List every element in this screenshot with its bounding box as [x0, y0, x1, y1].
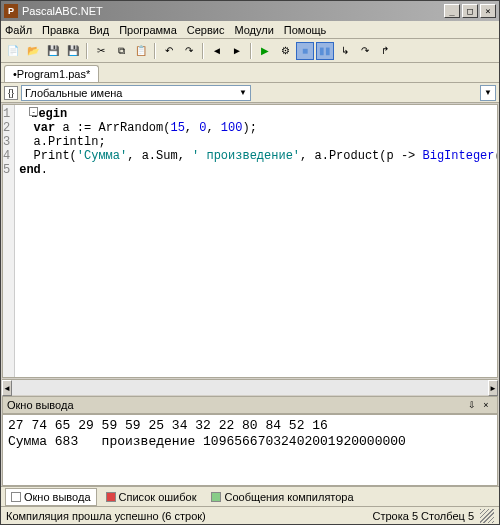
- output-tab-icon: [11, 492, 21, 502]
- menu-edit[interactable]: Правка: [42, 24, 79, 36]
- output-panel[interactable]: 27 74 65 29 59 59 25 34 32 22 80 84 52 1…: [2, 414, 498, 486]
- menu-help[interactable]: Помощь: [284, 24, 327, 36]
- cut-icon[interactable]: ✂: [92, 42, 110, 60]
- step-into-icon[interactable]: ↳: [336, 42, 354, 60]
- save-icon[interactable]: 💾: [44, 42, 62, 60]
- step-over-icon[interactable]: ↷: [356, 42, 374, 60]
- output-close-icon[interactable]: ×: [479, 399, 493, 411]
- paste-icon[interactable]: 📋: [132, 42, 150, 60]
- tab-compiler-messages[interactable]: Сообщения компилятора: [205, 488, 359, 506]
- tab-errors[interactable]: Список ошибок: [100, 488, 203, 506]
- messages-tab-icon: [211, 492, 221, 502]
- close-button[interactable]: ×: [480, 4, 496, 18]
- status-compile: Компиляция прошла успешно (6 строк): [6, 510, 206, 522]
- bottom-tabstrip: Окно вывода Список ошибок Сообщения комп…: [1, 486, 499, 506]
- output-header: Окно вывода ⇩ ×: [2, 396, 498, 414]
- copy-icon[interactable]: ⧉: [112, 42, 130, 60]
- minimize-button[interactable]: _: [444, 4, 460, 18]
- menu-view[interactable]: Вид: [89, 24, 109, 36]
- output-line-1: 27 74 65 29 59 59 25 34 32 22 80 84 52 1…: [8, 418, 328, 433]
- save-all-icon[interactable]: 💾: [64, 42, 82, 60]
- code-editor[interactable]: 1 2 3 4 5 - begin var a := ArrRandom(15,…: [2, 104, 498, 378]
- menu-program[interactable]: Программа: [119, 24, 177, 36]
- fold-toggle[interactable]: -: [29, 107, 38, 116]
- symbol-dropdown[interactable]: Глобальные имена ▼: [21, 85, 251, 101]
- step-out-icon[interactable]: ↱: [376, 42, 394, 60]
- status-bar: Компиляция прошла успешно (6 строк) Стро…: [1, 506, 499, 524]
- chevron-down-icon: ▼: [239, 88, 247, 97]
- forward-icon[interactable]: ►: [228, 42, 246, 60]
- compile-icon[interactable]: ⚙: [276, 42, 294, 60]
- stop-icon[interactable]: ■: [296, 42, 314, 60]
- line-gutter: 1 2 3 4 5: [3, 105, 15, 377]
- output-line-2: Сумма 683 произведение 10965667032402001…: [8, 434, 406, 449]
- open-file-icon[interactable]: 📂: [24, 42, 42, 60]
- run-icon[interactable]: ▶: [256, 42, 274, 60]
- app-icon: P: [4, 4, 18, 18]
- title-bar: P PascalABC.NET _ □ ×: [1, 1, 499, 21]
- redo-icon[interactable]: ↷: [180, 42, 198, 60]
- status-cursor: Строка 5 Столбец 5: [372, 510, 474, 522]
- output-title: Окно вывода: [7, 399, 74, 411]
- resize-grip[interactable]: [480, 509, 494, 523]
- symbol-bar: {} Глобальные имена ▼ ▼: [1, 83, 499, 103]
- toolbar: 📄 📂 💾 💾 ✂ ⧉ 📋 ↶ ↷ ◄ ► ▶ ⚙ ■ ▮▮ ↳ ↷ ↱: [1, 39, 499, 63]
- menu-service[interactable]: Сервис: [187, 24, 225, 36]
- code-area[interactable]: begin var a := ArrRandom(15, 0, 100); a.…: [15, 105, 498, 377]
- output-pin-icon[interactable]: ⇩: [465, 399, 479, 411]
- scroll-left-icon[interactable]: ◄: [2, 380, 12, 396]
- editor-tabstrip: •Program1.pas*: [1, 63, 499, 83]
- app-title: PascalABC.NET: [22, 5, 103, 17]
- pause-icon[interactable]: ▮▮: [316, 42, 334, 60]
- symbol-dropdown-2[interactable]: ▼: [480, 85, 496, 101]
- symbol-dropdown-label: Глобальные имена: [25, 87, 123, 99]
- horizontal-scrollbar[interactable]: ◄ ►: [2, 379, 498, 395]
- scroll-right-icon[interactable]: ►: [488, 380, 498, 396]
- new-file-icon[interactable]: 📄: [4, 42, 22, 60]
- back-icon[interactable]: ◄: [208, 42, 226, 60]
- menu-modules[interactable]: Модули: [234, 24, 273, 36]
- undo-icon[interactable]: ↶: [160, 42, 178, 60]
- menu-bar: Файл Правка Вид Программа Сервис Модули …: [1, 21, 499, 39]
- namespace-icon: {}: [4, 86, 18, 100]
- errors-tab-icon: [106, 492, 116, 502]
- maximize-button[interactable]: □: [462, 4, 478, 18]
- menu-file[interactable]: Файл: [5, 24, 32, 36]
- tab-program1[interactable]: •Program1.pas*: [4, 65, 99, 82]
- tab-output[interactable]: Окно вывода: [5, 488, 97, 506]
